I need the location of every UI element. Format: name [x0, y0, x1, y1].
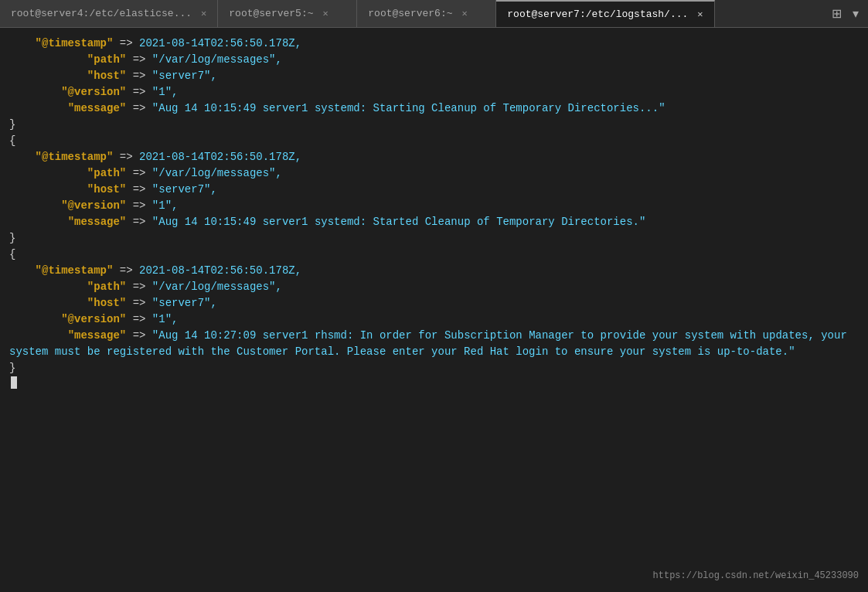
key-timestamp-3: "@timestamp" — [36, 264, 114, 277]
tab-server4-close[interactable]: ✕ — [201, 8, 206, 19]
tab-server7[interactable]: root@server7:/etc/logstash/... ✕ — [496, 0, 714, 27]
close-brace-2: } — [9, 232, 15, 244]
val-timestamp-2: 2021-08-14T02:56:50.178Z, — [139, 151, 301, 163]
val-timestamp-3: 2021-08-14T02:56:50.178Z, — [139, 264, 301, 277]
close-brace-3: } — [9, 362, 15, 374]
tab-bar-icons: ⊞ ▾ — [829, 3, 868, 24]
key-path-1: "path" — [87, 53, 126, 66]
val-version-1: "1", — [152, 86, 179, 98]
watermark: https://blog.csdn.net/weixin_45233090 — [653, 569, 859, 583]
val-message-1: "Aug 14 10:15:49 server1 systemd: Starti… — [152, 102, 665, 114]
val-host-2: "server7", — [152, 183, 217, 196]
key-path-2: "path" — [87, 167, 126, 179]
terminal-content: "@timestamp" => 2021-08-14T02:56:50.178Z… — [0, 28, 868, 592]
key-timestamp-2: "@timestamp" — [36, 151, 114, 163]
tab-server7-close[interactable]: ✕ — [697, 9, 703, 20]
key-version-3: "@version" — [61, 313, 126, 325]
tab-server4[interactable]: root@server4:/etc/elasticse... ✕ — [0, 0, 218, 27]
tab-server6[interactable]: root@server6:~ ✕ — [357, 0, 496, 27]
key-host-3: "host" — [87, 297, 126, 309]
val-timestamp-1: 2021-08-14T02:56:50.178Z, — [139, 37, 301, 49]
tab-server6-close[interactable]: ✕ — [462, 8, 468, 19]
val-message-2: "Aug 14 10:15:49 server1 systemd: Starte… — [152, 216, 646, 228]
cursor-line — [9, 376, 859, 389]
val-host-1: "server7", — [152, 70, 217, 82]
close-brace-1: } — [9, 118, 15, 131]
terminal-output: "@timestamp" => 2021-08-14T02:56:50.178Z… — [9, 36, 859, 389]
tab-server6-label: root@server6:~ — [368, 8, 452, 19]
key-message-1: "message" — [68, 102, 127, 114]
key-path-3: "path" — [87, 281, 126, 293]
val-path-3: "/var/log/messages", — [152, 281, 282, 293]
open-brace-1 — [9, 37, 36, 49]
val-version-2: "1", — [152, 199, 179, 212]
val-path-2: "/var/log/messages", — [152, 167, 282, 179]
open-brace-2: { — [9, 134, 15, 147]
val-host-3: "server7", — [152, 297, 217, 309]
tab-server5-close[interactable]: ✕ — [323, 8, 328, 19]
open-brace-3: { — [9, 248, 15, 260]
terminal-cursor — [11, 376, 17, 389]
tab-server7-label: root@server7:/etc/logstash/... — [507, 9, 688, 20]
tab-bar: root@server4:/etc/elasticse... ✕ root@se… — [0, 0, 868, 28]
restore-icon[interactable]: ⊞ — [829, 3, 845, 24]
key-message-2: "message" — [68, 216, 127, 228]
menu-icon[interactable]: ▾ — [849, 3, 862, 24]
key-version-1: "@version" — [61, 86, 126, 98]
tab-server5-label: root@server5:~ — [229, 8, 313, 19]
key-host-1: "host" — [87, 70, 126, 82]
val-path-1: "/var/log/messages", — [152, 53, 282, 66]
tab-server4-label: root@server4:/etc/elasticse... — [11, 8, 192, 19]
key-version-2: "@version" — [61, 199, 126, 212]
key-message-3: "message" — [68, 329, 127, 342]
val-version-3: "1", — [152, 313, 179, 325]
key-host-2: "host" — [87, 183, 126, 196]
tab-server5[interactable]: root@server5:~ ✕ — [218, 0, 357, 27]
key-timestamp-1: "@timestamp" — [36, 37, 114, 49]
